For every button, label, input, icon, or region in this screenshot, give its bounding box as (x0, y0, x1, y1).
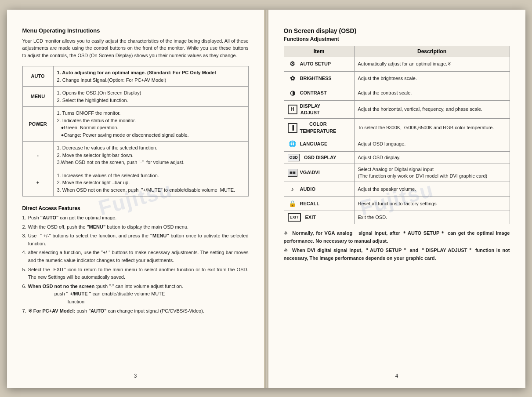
key-cell: MENU (22, 87, 53, 107)
desc-cell: Adjust the speaker volume. (354, 182, 510, 197)
table-row: ◑ CONTRAST Adjust the contrast scale. (284, 86, 510, 100)
desc-cell: Reset all functions to factory settings (354, 197, 510, 211)
table-row: ▐ COLORTEMPERATURE To select the 9300K, … (284, 119, 510, 137)
key-cell: + (22, 169, 53, 197)
desc-cell: Select Analog or Digital signal input(Th… (354, 164, 510, 182)
book-spine (265, 10, 268, 388)
list-item: 7. ※ For PC+AV Model: push "AUTO" can ch… (22, 307, 249, 315)
desc-cell: 1. Decrease he values of the selected fu… (53, 142, 248, 169)
intro-text: Your LCD monitor allows you to easily ad… (22, 37, 249, 59)
right-title: On Screen display (OSD) (284, 27, 510, 34)
item-label: DISPLAYADJUST (300, 103, 321, 117)
right-subtitle: Functions Adjustment (284, 36, 510, 42)
item-inner: ▐ COLORTEMPERATURE (288, 121, 351, 135)
notes-section: ※ Normally, for VGA analog signal input,… (284, 229, 510, 262)
item-cell: EXIT EXIT (284, 211, 354, 224)
gear-icon: ⚙ (288, 59, 297, 69)
item-cell: ♪ AUDIO (284, 182, 354, 197)
table-row: 🌐 LANGUAGE Adjust OSD language. (284, 137, 510, 152)
table-row: + 1. Increases the values of the selecte… (22, 169, 248, 197)
list-item: 3. Use " +/-" buttons to select the func… (22, 232, 249, 248)
item-inner: ◑ CONTRAST (288, 88, 351, 98)
table-row: POWER 1. Turns ON\OFF the monitor. 2. In… (22, 107, 248, 142)
color-icon: ▐ (288, 123, 297, 133)
item-inner: ▣▣ VGA\DVI (288, 169, 351, 177)
recall-icon: 🔒 (288, 199, 297, 208)
table-row: 🔒 RECALL Reset all functions to factory … (284, 197, 510, 211)
page-left: Fujitsu Menu Operating Instructions Your… (7, 10, 265, 388)
key-cell: POWER (22, 107, 53, 142)
item-label: EXIT (305, 214, 316, 221)
table-row: EXIT EXIT Exit the OSD. (284, 211, 510, 224)
item-label: OSD DISPLAY (304, 154, 337, 161)
col-description: Description (354, 46, 510, 57)
desc-cell: 1. Auto adjusting for an optimal image. … (53, 66, 248, 87)
item-inner: ⚙ AUTO SETUP (288, 59, 351, 69)
item-label: CONTRAST (300, 90, 327, 96)
item-inner: 🔒 RECALL (288, 199, 351, 208)
desc-cell: Automatically adjust for an optimal imag… (354, 57, 510, 71)
item-label: BRIGHTNESS (300, 75, 332, 82)
table-row: ⚙ AUTO SETUP Automatically adjust for an… (284, 57, 510, 71)
table-row: - 1. Decrease he values of the selected … (22, 142, 248, 169)
table-row: ♪ AUDIO Adjust the speaker volume. (284, 182, 510, 197)
page-right: Fujitsu On Screen display (OSD) Function… (268, 10, 525, 388)
table-row: H DISPLAYADJUST Adjust the horizontal, v… (284, 100, 510, 119)
list-item: 1. Push "AUTO" can get the optimal image… (22, 214, 249, 222)
language-icon: 🌐 (288, 139, 297, 149)
item-inner: ✿ BRIGHTNESS (288, 74, 351, 84)
audio-icon: ♪ (288, 184, 297, 194)
page-number-right: 4 (395, 373, 398, 379)
desc-cell: To select the 9300K, 7500K,6500K,and RGB… (354, 119, 510, 137)
item-cell: ▐ COLORTEMPERATURE (284, 119, 354, 137)
desc-cell: Adjust OSD display. (354, 152, 510, 164)
desc-cell: Adjust the brightness scale. (354, 71, 510, 86)
exit-icon: EXIT (288, 213, 301, 222)
item-cell: H DISPLAYADJUST (284, 100, 354, 119)
brightness-icon: ✿ (288, 74, 297, 84)
desc-cell: 1. Increases the values of the selected … (53, 169, 248, 197)
direct-access-title: Direct Access Features (22, 205, 249, 211)
item-cell: 🔒 RECALL (284, 197, 354, 211)
page-number-left: 3 (134, 373, 137, 379)
book-spread: Fujitsu Menu Operating Instructions Your… (7, 10, 525, 388)
osd-icon: OSD (288, 154, 300, 161)
table-row: ✿ BRIGHTNESS Adjust the brightness scale… (284, 71, 510, 86)
left-section-title: Menu Operating Instructions (22, 27, 249, 34)
note-1: ※ Normally, for VGA analog signal input,… (284, 229, 510, 245)
table-row: OSD OSD DISPLAY Adjust OSD display. (284, 152, 510, 164)
list-item: 6. When OSD not no the screen :push "-" … (22, 283, 249, 306)
desc-cell: Adjust OSD language. (354, 137, 510, 152)
item-label: AUDIO (300, 186, 315, 193)
item-label: AUTO SETUP (300, 61, 331, 67)
item-label: COLORTEMPERATURE (300, 121, 337, 135)
table-row: ▣▣ VGA\DVI Select Analog or Digital sign… (284, 164, 510, 182)
contrast-icon: ◑ (288, 88, 297, 98)
item-label: RECALL (300, 200, 320, 207)
display-icon: H (288, 105, 297, 114)
table-row: AUTO 1. Auto adjusting for an optimal im… (22, 66, 248, 87)
key-cell: - (22, 142, 53, 169)
desc-cell: 1. Turns ON\OFF the monitor. 2. Indicate… (53, 107, 248, 142)
desc-cell: Adjust the horizontal, vertical, frequen… (354, 100, 510, 119)
note-2: ※ When DVI digital signal input, ＂AUTO S… (284, 247, 510, 262)
col-item: Item (284, 46, 354, 57)
item-inner: H DISPLAYADJUST (288, 103, 351, 117)
item-inner: ♪ AUDIO (288, 184, 351, 194)
controls-table: AUTO 1. Auto adjusting for an optimal im… (22, 66, 249, 197)
desc-cell: Exit the OSD. (354, 211, 510, 224)
desc-cell: 1. Opens the OSD.(On Screen Display) 2. … (53, 87, 248, 107)
item-label: VGA\DVI (300, 169, 320, 176)
vga-icon: ▣▣ (288, 169, 297, 177)
item-cell: ⚙ AUTO SETUP (284, 57, 354, 71)
table-row: MENU 1. Opens the OSD.(On Screen Display… (22, 87, 248, 107)
item-cell: ◑ CONTRAST (284, 86, 354, 100)
item-inner: EXIT EXIT (288, 213, 351, 222)
list-item: 4. after selecting a function, use the "… (22, 249, 249, 264)
item-cell: ▣▣ VGA\DVI (284, 164, 354, 182)
osd-functions-table: Item Description ⚙ AUTO SETUP Automatica… (284, 46, 510, 225)
list-item: 2. With the OSD off, push the "MENU" but… (22, 223, 249, 231)
desc-cell: Adjust the contrast scale. (354, 86, 510, 100)
item-cell: 🌐 LANGUAGE (284, 137, 354, 152)
direct-access-list: 1. Push "AUTO" can get the optimal image… (22, 214, 249, 315)
